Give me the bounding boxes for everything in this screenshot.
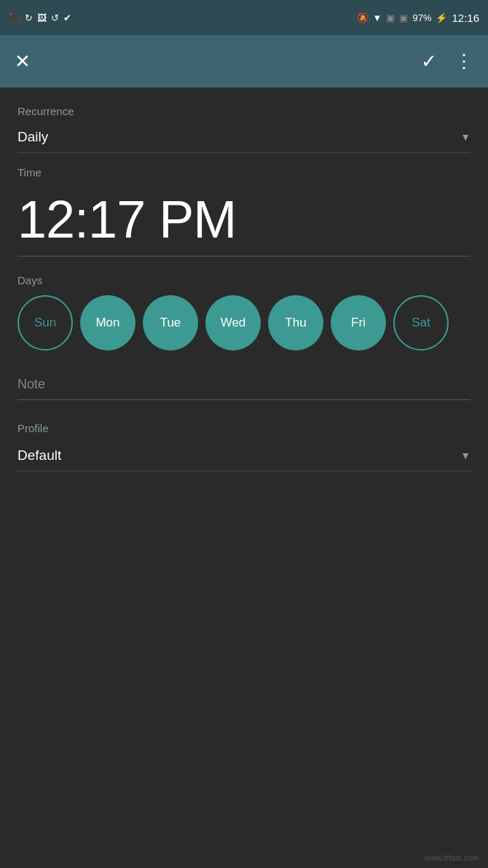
- status-icon-4: ↺: [51, 12, 59, 23]
- wifi-icon: ▼: [373, 12, 382, 23]
- more-button[interactable]: ⋮: [454, 50, 473, 73]
- action-bar-right: ✓ ⋮: [421, 50, 473, 73]
- note-section: [17, 372, 471, 400]
- status-icon-1: ⬛: [9, 12, 20, 23]
- days-label: Days: [17, 274, 471, 286]
- status-icon-3: 🖼: [37, 12, 47, 23]
- profile-label: Profile: [17, 422, 471, 434]
- status-bar: ⬛ ↻ 🖼 ↺ ✔ 🔕 ▼ ▣ ▣ 97% ⚡ 12:16: [0, 0, 488, 35]
- close-button[interactable]: ✕: [15, 50, 31, 73]
- day-sat[interactable]: Sat: [393, 295, 449, 351]
- signal-icon-2: ▣: [399, 12, 408, 23]
- notification-icon: 🔕: [357, 12, 369, 23]
- signal-icon-1: ▣: [386, 12, 395, 23]
- status-bar-left: ⬛ ↻ 🖼 ↺ ✔: [9, 12, 71, 23]
- day-fri[interactable]: Fri: [331, 295, 386, 351]
- days-row: Sun Mon Tue Wed Thu Fri Sat: [17, 295, 471, 351]
- recurrence-label: Recurrence: [17, 105, 471, 117]
- time-section: Time 12:17 PM: [17, 166, 471, 257]
- time-value[interactable]: 12:17 PM: [17, 186, 471, 256]
- recurrence-arrow-icon: ▼: [460, 131, 471, 143]
- confirm-button[interactable]: ✓: [421, 50, 437, 73]
- profile-dropdown[interactable]: Default ▼: [17, 442, 471, 472]
- profile-arrow-icon: ▼: [460, 450, 471, 461]
- status-icon-5: ✔: [63, 12, 71, 23]
- note-input[interactable]: [17, 372, 471, 400]
- day-tue[interactable]: Tue: [143, 295, 198, 351]
- status-icon-2: ↻: [25, 12, 33, 23]
- charging-icon: ⚡: [436, 12, 447, 23]
- profile-section: Profile Default ▼: [17, 422, 471, 472]
- profile-value: Default: [17, 447, 61, 464]
- days-section: Days Sun Mon Tue Wed Thu Fri Sat: [17, 274, 471, 351]
- main-content: Recurrence Daily ▼ Time 12:17 PM Days Su…: [0, 87, 488, 489]
- time-divider: [17, 256, 471, 257]
- recurrence-dropdown[interactable]: Daily ▼: [17, 125, 471, 153]
- time-label: Time: [17, 166, 471, 179]
- watermark: www.frfam.com: [425, 853, 479, 862]
- day-sun[interactable]: Sun: [17, 295, 73, 351]
- status-time: 12:16: [452, 12, 479, 24]
- battery-text: 97%: [412, 12, 431, 23]
- action-bar: ✕ ✓ ⋮: [0, 35, 488, 87]
- day-mon[interactable]: Mon: [80, 295, 135, 351]
- recurrence-value: Daily: [17, 129, 48, 145]
- status-bar-right: 🔕 ▼ ▣ ▣ 97% ⚡ 12:16: [357, 12, 479, 24]
- day-wed[interactable]: Wed: [205, 295, 261, 351]
- day-thu[interactable]: Thu: [268, 295, 323, 351]
